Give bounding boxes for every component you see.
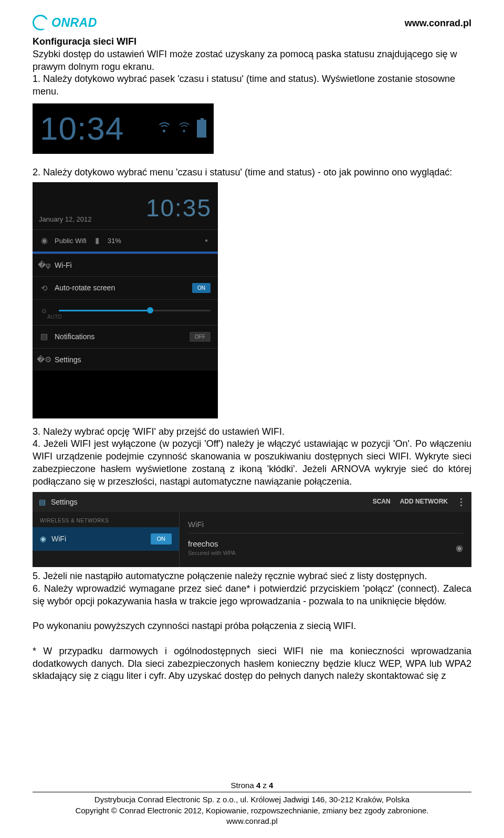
qs-auto-label: AUTO <box>47 313 218 320</box>
sidebar-wifi-label: WiFi <box>51 534 66 543</box>
logo-text: ONRAD <box>51 16 97 30</box>
wifi-icon: ◉ <box>40 534 46 543</box>
network-row[interactable]: freechos Secured with WPA ◉ <box>188 533 463 557</box>
screenshot-status-bar: 10:34 <box>33 103 214 154</box>
page-header: ONRAD www.conrad.pl <box>33 15 471 30</box>
qs-notifications-label: Notifications <box>55 332 94 341</box>
qs-top: January 12, 2012 10:35 <box>33 182 218 229</box>
expand-icon: ▪ <box>202 236 211 245</box>
qs-wifi-row[interactable]: �φ Wi-Fi <box>33 254 218 276</box>
qs-notifications-row[interactable]: ▤ Notifications OFF <box>33 325 218 348</box>
qs-autorotate-label: Auto-rotate screen <box>55 283 115 292</box>
intro-text: Szybki dostęp do ustawień WIFI może zost… <box>33 48 471 74</box>
wifi-icon: ◉ <box>40 236 48 245</box>
step-4: 4. Jeżeli WIFI jest wyłączone (w pozycji… <box>33 438 471 488</box>
settings-title-text: Settings <box>51 497 78 507</box>
page-number: Strona 4 z 4 <box>33 780 471 791</box>
battery-icon <box>197 120 206 138</box>
footer-line-2: Copyright © Conrad Electronic 2012, Kopi… <box>33 805 471 816</box>
status-time: 10:34 <box>40 107 124 150</box>
category-label: WIRELESS & NETWORKS <box>33 512 179 527</box>
after-steps: Po wykonaniu powyższych czynności nastąp… <box>33 620 471 633</box>
step-3: 3. Należy wybrać opcję 'WIFI' aby przejś… <box>33 426 471 438</box>
page-label-a: Strona <box>231 781 256 790</box>
network-security: Secured with WPA <box>188 549 236 557</box>
settings-icon: ▤ <box>39 497 46 507</box>
settings-titlebar: ▤ Settings SCAN ADD NETWORK <box>33 492 471 512</box>
qs-date: January 12, 2012 <box>39 215 91 224</box>
step-2: 2. Należy dotykowo wybrać menu 'czasu i … <box>33 166 471 179</box>
qs-public-wifi: Public Wifi <box>55 236 87 245</box>
qs-bottom-area <box>33 371 218 418</box>
page-total: 4 <box>269 781 273 790</box>
qs-signal: 31% <box>108 236 121 245</box>
settings-body: WIRELESS & NETWORKS ◉ WiFi ON WiFi freec… <box>33 512 471 567</box>
scan-button[interactable]: SCAN <box>373 498 391 506</box>
step-1: 1. Należy dotykowo wybrać pasek 'czasu i… <box>33 73 471 98</box>
add-network-button[interactable]: ADD NETWORK <box>400 498 448 506</box>
network-name: freechos <box>188 539 236 549</box>
qs-settings-label: Settings <box>55 355 81 364</box>
step-5: 5. Jeżeli nie nastąpiło automatyczne poł… <box>33 570 471 583</box>
screenshot-wifi-settings: ▤ Settings SCAN ADD NETWORK WIRELESS & N… <box>33 492 471 567</box>
qs-settings-row[interactable]: �⚙ Settings <box>33 348 218 371</box>
qs-autorotate-row[interactable]: ⟲ Auto-rotate screen ON <box>33 276 218 299</box>
sidebar-wifi-row[interactable]: ◉ WiFi ON <box>33 527 179 551</box>
qs-wifi-label: Wi-Fi <box>55 260 72 270</box>
wifi-signal-lock-icon: ◉ <box>456 542 463 553</box>
wifi-toggle-on[interactable]: ON <box>151 533 172 544</box>
qs-wifi-status-row[interactable]: ◉ Public Wifi ▮ 31% ▪ <box>33 229 218 252</box>
detail-header: WiFi <box>188 516 463 533</box>
wifi-icon <box>177 122 192 135</box>
section-title: Konfiguracja sieci WIFI <box>33 36 471 48</box>
step-6: 6. Należy wprowadzić wymagane przez sieć… <box>33 583 471 608</box>
logo-c-icon <box>33 15 48 30</box>
notifications-icon: ▤ <box>40 332 48 341</box>
page-label-b: z <box>260 781 269 790</box>
footer-line-1: Dystrybucja Conrad Electronic Sp. z o.o.… <box>33 794 471 805</box>
page-current: 4 <box>256 781 260 790</box>
conrad-logo: ONRAD <box>33 15 97 30</box>
page-footer: Strona 4 z 4 Dystrybucja Conrad Electron… <box>33 780 471 826</box>
overflow-menu-icon[interactable] <box>457 498 465 506</box>
settings-detail: WiFi freechos Secured with WPA ◉ <box>180 512 471 567</box>
document-body: Konfiguracja sieci WIFI Szybki dostęp do… <box>33 36 471 683</box>
footnote-text: * W przypadku darmowych i ogólnodostępny… <box>33 645 471 683</box>
settings-icon: �⚙ <box>40 355 48 364</box>
settings-sidebar: WIRELESS & NETWORKS ◉ WiFi ON <box>33 512 180 567</box>
footer-line-3: www.conrad.pl <box>33 816 471 826</box>
footer-divider <box>33 792 471 792</box>
wifi-icon <box>157 122 172 135</box>
rotate-icon: ⟲ <box>40 284 48 292</box>
status-icons <box>157 120 206 138</box>
toggle-on[interactable]: ON <box>192 283 211 293</box>
brightness-slider[interactable] <box>59 310 211 311</box>
toggle-off[interactable]: OFF <box>190 332 211 342</box>
settings-title[interactable]: ▤ Settings <box>39 497 78 507</box>
signal-icon: ▮ <box>93 236 101 245</box>
screenshot-quick-settings: January 12, 2012 10:35 ◉ Public Wifi ▮ 3… <box>33 182 218 418</box>
settings-actions: SCAN ADD NETWORK <box>373 498 465 506</box>
header-url: www.conrad.pl <box>405 18 471 29</box>
wifi-icon: �φ <box>40 261 48 269</box>
qs-time: 10:35 <box>146 192 212 224</box>
